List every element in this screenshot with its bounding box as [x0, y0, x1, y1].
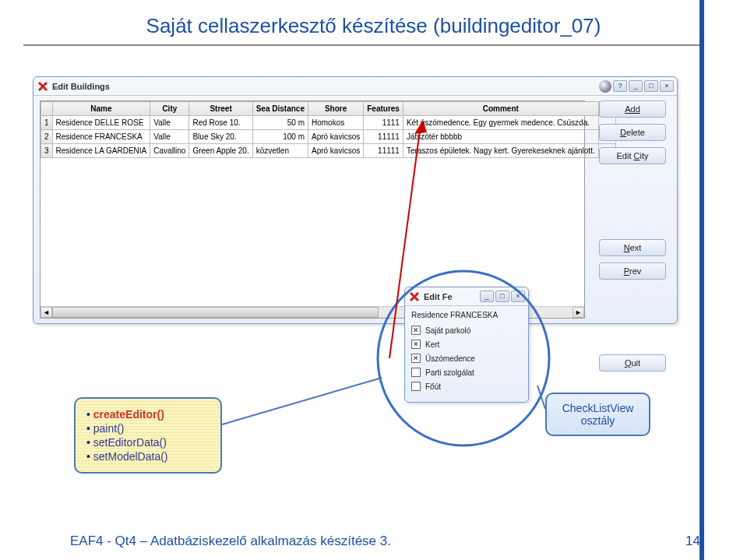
popup-title: Edit Fe	[424, 292, 480, 301]
window-title: Edit Buildings	[52, 82, 599, 91]
decor-vertical-line	[699, 0, 704, 560]
feature-checkbox-row[interactable]: Főút	[411, 382, 522, 391]
close-button[interactable]: ×	[660, 80, 674, 92]
table-row[interactable]: 3 Residence LA GARDENIA Cavallino Green …	[41, 144, 616, 158]
feature-checkbox-row[interactable]: Parti szolgálat	[411, 368, 522, 377]
cell-city[interactable]: Valle	[150, 130, 189, 144]
prev-button[interactable]: Prev	[599, 262, 666, 280]
close-button[interactable]: ×	[511, 291, 525, 302]
cell-name[interactable]: Residence FRANCESKA	[52, 130, 150, 144]
titlebar[interactable]: Edit Buildings ? _ □ ×	[33, 77, 677, 96]
scroll-right-icon[interactable]: ►	[573, 307, 584, 318]
popup-record-name: Residence FRANCESKA	[411, 311, 522, 319]
cell-features[interactable]: 11111	[364, 130, 403, 144]
callout-class-label: CheckListView osztály	[545, 393, 650, 436]
scroll-thumb[interactable]	[52, 307, 379, 318]
title-underline	[23, 44, 700, 46]
cell-city[interactable]: Valle	[150, 116, 189, 130]
cell-features[interactable]: 1111	[364, 116, 403, 130]
checkbox-icon[interactable]	[411, 382, 421, 391]
swirl-icon	[599, 80, 611, 93]
table-row[interactable]: 1 Residence DELLE ROSE Valle Red Rose 10…	[41, 116, 616, 130]
cell-sea[interactable]: 50 m	[252, 116, 308, 130]
app-icon	[408, 291, 421, 303]
cell-rownum: 3	[41, 144, 53, 158]
feature-checkbox-row[interactable]: Úszómedence	[411, 354, 522, 363]
method-name: createEditor()	[93, 408, 164, 421]
col-header-name[interactable]: Name	[52, 102, 150, 116]
quit-button[interactable]: Quit	[599, 354, 666, 372]
cell-name[interactable]: Residence DELLE ROSE	[52, 116, 150, 130]
col-header-street[interactable]: Street	[189, 102, 252, 116]
cell-city[interactable]: Cavallino	[150, 144, 189, 158]
edit-features-popup: Edit Fe _ □ × Residence FRANCESKA Saját …	[404, 287, 529, 403]
help-button[interactable]: ?	[613, 80, 627, 92]
add-button[interactable]: Add	[599, 100, 666, 118]
col-header-rownum[interactable]	[41, 102, 53, 116]
col-header-features[interactable]: Features	[364, 102, 403, 116]
minimize-button[interactable]: _	[629, 80, 643, 92]
checkbox-icon[interactable]	[411, 368, 421, 377]
checkbox-label: Úszómedence	[425, 354, 475, 363]
cell-shore[interactable]: Apró kavicsos	[308, 144, 363, 158]
feature-checkbox-row[interactable]: Saját parkoló	[411, 326, 522, 335]
cell-sea[interactable]: 100 m	[252, 130, 308, 144]
checkbox-icon[interactable]	[411, 354, 421, 363]
footer-text: EAF4 - Qt4 – Adatbáziskezelő alkalmazás …	[70, 534, 391, 549]
cell-comment[interactable]: Teraszos épületek. Nagy kert. Gyerekesek…	[403, 144, 598, 158]
cell-rownum: 1	[41, 116, 53, 130]
page-number: 14	[685, 534, 700, 549]
buildings-table[interactable]: Name City Street Sea Distance Shore Feat…	[40, 100, 585, 319]
col-header-comment[interactable]: Comment	[403, 102, 598, 116]
svg-line-3	[222, 378, 382, 424]
maximize-button[interactable]: □	[495, 291, 509, 302]
method-name: paint()	[93, 422, 125, 435]
cell-shore[interactable]: Apró kavicsos	[308, 130, 363, 144]
scroll-left-icon[interactable]: ◄	[41, 307, 52, 318]
maximize-button[interactable]: □	[644, 80, 658, 92]
checkbox-label: Kert	[425, 340, 439, 349]
cell-rownum: 2	[41, 130, 53, 144]
col-header-sea[interactable]: Sea Distance	[252, 102, 308, 116]
edit-city-button[interactable]: Edit City	[599, 147, 666, 164]
table-row[interactable]: 2 Residence FRANCESKA Valle Blue Sky 20.…	[41, 130, 616, 144]
svg-line-4	[537, 386, 545, 409]
method-name: setEditorData()	[93, 436, 167, 449]
cell-street[interactable]: Green Apple 20.	[189, 144, 252, 158]
delete-button[interactable]: Delete	[599, 124, 666, 141]
checkbox-icon[interactable]	[411, 326, 421, 335]
checkbox-label: Főút	[425, 382, 441, 391]
cell-features[interactable]: 11111	[364, 144, 403, 158]
checkbox-label: Parti szolgálat	[425, 368, 474, 377]
checkbox-icon[interactable]	[411, 340, 421, 349]
cell-name[interactable]: Residence LA GARDENIA	[52, 144, 150, 158]
callout-methods: • createEditor() • paint() • setEditorDa…	[74, 397, 222, 474]
popup-titlebar[interactable]: Edit Fe _ □ ×	[405, 287, 528, 306]
cell-street[interactable]: Blue Sky 20.	[189, 130, 252, 144]
cell-street[interactable]: Red Rose 10.	[189, 116, 252, 130]
cell-comment[interactable]: Játszótér bbbbb	[403, 130, 598, 144]
col-header-shore[interactable]: Shore	[308, 102, 363, 116]
page-title: Saját cellaszerkesztő készítése (buildin…	[0, 0, 747, 44]
method-name: setModelData()	[93, 450, 168, 463]
next-button[interactable]: Next	[599, 239, 666, 256]
app-icon	[37, 80, 49, 93]
minimize-button[interactable]: _	[480, 291, 494, 302]
feature-checkbox-row[interactable]: Kert	[411, 340, 522, 349]
col-header-city[interactable]: City	[150, 102, 189, 116]
cell-comment[interactable]: Két úszómedence. Egy gyermek medence. Cs…	[403, 116, 598, 130]
cell-shore[interactable]: Homokos	[308, 116, 363, 130]
callout-text: CheckListView osztály	[562, 402, 634, 427]
cell-sea[interactable]: közvetlen	[252, 144, 308, 158]
checkbox-label: Saját parkoló	[425, 326, 470, 335]
edit-buildings-window: Edit Buildings ? _ □ × Name City Street …	[33, 76, 678, 324]
